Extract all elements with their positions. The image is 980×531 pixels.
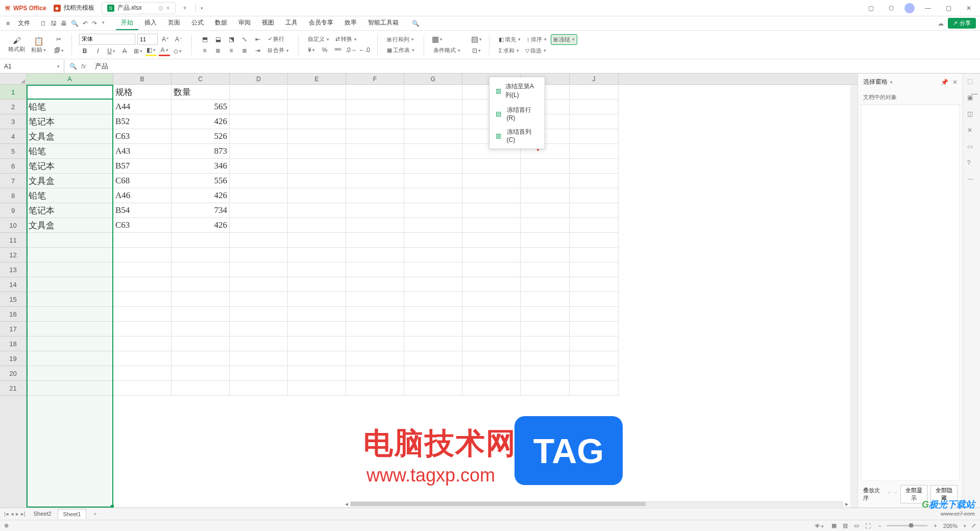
- name-box[interactable]: A1▾: [0, 59, 64, 73]
- cell-B15[interactable]: [113, 292, 172, 307]
- cell-F6[interactable]: [346, 159, 404, 174]
- convert-button[interactable]: ⇄ 转换▾: [333, 34, 359, 44]
- cell-E12[interactable]: [288, 248, 346, 262]
- cell-D12[interactable]: [230, 248, 288, 262]
- cell-E17[interactable]: [288, 322, 346, 336]
- cell-E21[interactable]: [288, 381, 346, 396]
- column-header-J[interactable]: J: [570, 74, 619, 84]
- sheet-prev-icon[interactable]: ◂: [11, 511, 14, 517]
- cell-I19[interactable]: [521, 351, 570, 366]
- cond-format-button[interactable]: 条件格式▾: [431, 45, 462, 55]
- redo-icon[interactable]: ↷: [92, 20, 97, 27]
- row-header-6[interactable]: 6: [0, 159, 26, 174]
- border-icon[interactable]: ⊞▾: [132, 46, 143, 56]
- cell-G3[interactable]: [404, 114, 462, 129]
- cell-E19[interactable]: [288, 351, 346, 366]
- cell-E11[interactable]: [288, 233, 346, 248]
- cell-E2[interactable]: [288, 100, 346, 114]
- cell-G7[interactable]: [404, 174, 462, 188]
- column-header-A[interactable]: A: [27, 74, 113, 84]
- zoom-in-button[interactable]: ＋: [933, 522, 938, 529]
- cell-H20[interactable]: [462, 366, 521, 381]
- collapse-panel-icon[interactable]: —: [971, 89, 978, 98]
- undo-icon[interactable]: ↶: [83, 20, 88, 27]
- column-header-E[interactable]: E: [288, 74, 346, 84]
- ribbon-tab-数据[interactable]: 数据: [210, 16, 232, 30]
- cell-G21[interactable]: [404, 381, 462, 396]
- sort-button[interactable]: ↕ 排序▾: [525, 35, 549, 44]
- worksheet-button[interactable]: ▦ 工作表▾: [385, 45, 416, 55]
- cell-J19[interactable]: [570, 351, 619, 366]
- cell-F11[interactable]: [346, 233, 404, 248]
- cell-B9[interactable]: B54: [113, 203, 172, 218]
- font-size-select[interactable]: [137, 34, 158, 45]
- cell-G14[interactable]: [404, 277, 462, 292]
- cell-A5[interactable]: 铅笔: [27, 144, 113, 159]
- print-icon[interactable]: 🖶: [61, 20, 67, 27]
- ribbon-tab-页面[interactable]: 页面: [163, 16, 185, 30]
- cell-D9[interactable]: [230, 203, 288, 218]
- cell-J11[interactable]: [570, 233, 619, 248]
- book-icon[interactable]: ▭: [967, 143, 976, 152]
- cell-H19[interactable]: [462, 351, 521, 366]
- preview-icon[interactable]: 🔍: [71, 20, 79, 27]
- tab-document-active[interactable]: S 产品.xlsx ⊙ ×: [102, 2, 176, 14]
- zoom-out-button[interactable]: −: [878, 523, 881, 529]
- file-menu[interactable]: 文件: [14, 17, 34, 30]
- cell-E1[interactable]: [288, 85, 346, 100]
- save-icon[interactable]: 🖫: [51, 20, 57, 27]
- fullscreen-view-icon[interactable]: ⛶: [863, 522, 873, 530]
- cell-J4[interactable]: [570, 129, 619, 144]
- cell-A1[interactable]: 产品: [27, 85, 113, 100]
- decimal-inc-icon[interactable]: .0→: [346, 45, 357, 55]
- column-header-F[interactable]: F: [346, 74, 404, 84]
- cell-H8[interactable]: [462, 188, 521, 203]
- cell-H13[interactable]: [462, 262, 521, 277]
- sheet-tab-Sheet2[interactable]: Sheet2: [29, 509, 57, 519]
- cell-A10[interactable]: 文具盒: [27, 218, 113, 233]
- row-header-18[interactable]: 18: [0, 336, 26, 351]
- cell-D2[interactable]: [230, 100, 288, 114]
- cell-C21[interactable]: [172, 381, 230, 396]
- cell-I7[interactable]: [521, 174, 570, 188]
- close-button[interactable]: ✕: [962, 2, 976, 14]
- decrease-font-icon[interactable]: A⁻: [173, 34, 184, 44]
- cell-E5[interactable]: [288, 144, 346, 159]
- number-format-select[interactable]: 自定义▾: [306, 34, 331, 44]
- cell-D5[interactable]: [230, 144, 288, 159]
- indent-dec-icon[interactable]: ⇤: [252, 34, 263, 44]
- increase-font-icon[interactable]: A⁺: [160, 34, 171, 44]
- cell-B6[interactable]: B57: [113, 159, 172, 174]
- column-header-D[interactable]: D: [230, 74, 288, 84]
- cell-D14[interactable]: [230, 277, 288, 292]
- cell-J5[interactable]: [570, 144, 619, 159]
- fill-button[interactable]: ◧ 填充▾: [497, 35, 523, 44]
- row-header-15[interactable]: 15: [0, 292, 26, 307]
- cell-D7[interactable]: [230, 174, 288, 188]
- cell-C2[interactable]: 565: [172, 100, 230, 114]
- cell-C3[interactable]: 426: [172, 114, 230, 129]
- cell-G11[interactable]: [404, 233, 462, 248]
- cell-J15[interactable]: [570, 292, 619, 307]
- cell-H10[interactable]: [462, 218, 521, 233]
- cell-A13[interactable]: [27, 262, 113, 277]
- sheet-first-icon[interactable]: |◂: [4, 511, 9, 517]
- align-top-icon[interactable]: ⬒: [199, 34, 210, 44]
- close-icon[interactable]: ×: [166, 5, 170, 12]
- cell-E16[interactable]: [288, 307, 346, 322]
- normal-view-icon[interactable]: ▦: [829, 522, 839, 530]
- show-all-button[interactable]: 全部显示: [900, 485, 927, 503]
- row-header-8[interactable]: 8: [0, 188, 26, 203]
- cell-I20[interactable]: [521, 366, 570, 381]
- cell-G8[interactable]: [404, 188, 462, 203]
- ribbon-tab-插入[interactable]: 插入: [139, 16, 162, 30]
- bold-icon[interactable]: B: [79, 46, 90, 56]
- tools-icon[interactable]: ✕: [967, 127, 976, 136]
- cell-C13[interactable]: [172, 262, 230, 277]
- cell-C12[interactable]: [172, 248, 230, 262]
- tab-menu-icon[interactable]: ⊙: [158, 5, 163, 12]
- cell-A17[interactable]: [27, 322, 113, 336]
- cell-F8[interactable]: [346, 188, 404, 203]
- row-header-2[interactable]: 2: [0, 100, 26, 114]
- ribbon-tab-视图[interactable]: 视图: [257, 16, 279, 30]
